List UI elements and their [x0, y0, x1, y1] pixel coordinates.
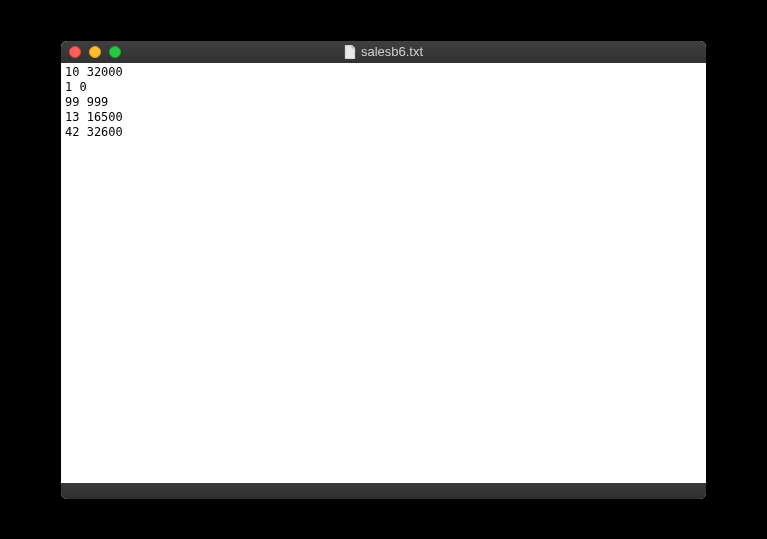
zoom-button[interactable] — [109, 46, 121, 58]
traffic-lights — [69, 46, 121, 58]
title-container: salesb6.txt — [61, 44, 706, 59]
status-bar — [61, 483, 706, 499]
window-title: salesb6.txt — [361, 44, 423, 59]
close-button[interactable] — [69, 46, 81, 58]
text-line: 42 32600 — [65, 125, 702, 140]
titlebar[interactable]: salesb6.txt — [61, 41, 706, 63]
text-line: 13 16500 — [65, 110, 702, 125]
document-icon — [344, 45, 356, 59]
text-line: 99 999 — [65, 95, 702, 110]
text-editor-window: salesb6.txt 10 320001 099 99913 1650042 … — [61, 41, 706, 499]
minimize-button[interactable] — [89, 46, 101, 58]
text-line: 10 32000 — [65, 65, 702, 80]
text-content[interactable]: 10 320001 099 99913 1650042 32600 — [61, 63, 706, 483]
text-line: 1 0 — [65, 80, 702, 95]
